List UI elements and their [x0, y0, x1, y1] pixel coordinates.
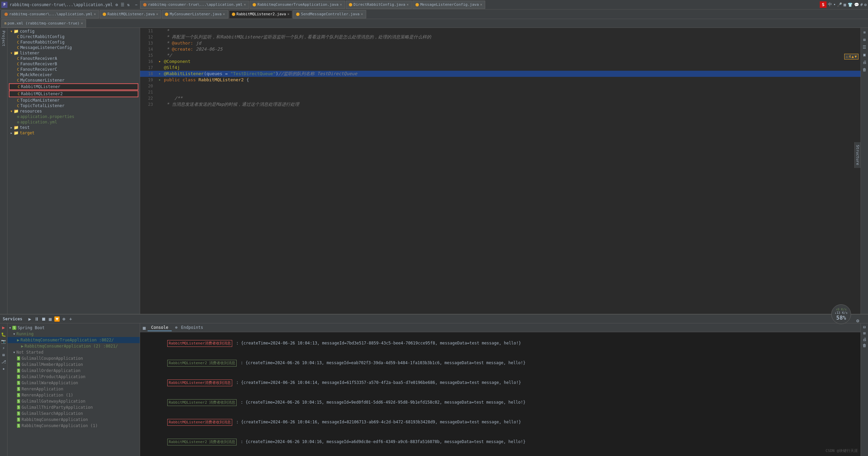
console-tab-endpoints[interactable]: ⊕ Endpoints [172, 324, 207, 331]
console-output[interactable]: RabbitMQListener消费者收到消息 : {createTime=20… [140, 332, 861, 456]
terminal-icon[interactable]: ⊞ [2, 353, 5, 357]
tree-item-fanout-receiver-a[interactable]: C FanoutReceiverA [7, 56, 140, 61]
toolbar-btn-7[interactable]: + [67, 316, 74, 322]
svc-spring-boot[interactable]: ▾ S Spring Boot [7, 325, 140, 331]
tree-item-resources[interactable]: ▾ 📁 resources [7, 108, 140, 114]
settings-icon[interactable]: ⚙ [115, 2, 118, 7]
toolbar-btn-4[interactable]: ▦ [47, 316, 54, 322]
tab-pom-xml[interactable]: m pom.xml (rabbitmq-consumer-true) × [1, 19, 86, 28]
tab-send-message-controller[interactable]: SendMessageController.java × [293, 10, 366, 18]
tree-item-config[interactable]: ▾ 📁 config [7, 29, 140, 34]
tab-rabbit-listener2[interactable]: RabbitMQListener2.java × [229, 10, 293, 18]
folder-icon-resources: 📁 [14, 109, 19, 114]
tree-item-my-ack-receiver[interactable]: C MyAckReceiver [7, 72, 140, 78]
app-icon: S [17, 418, 20, 422]
camera-icon[interactable]: 📷 [1, 339, 6, 344]
tree-item-listener[interactable]: ▾ 📁 listener [7, 50, 140, 56]
structure-vtab[interactable]: Structure [854, 142, 861, 168]
tab-direct-rabbit-config[interactable]: DirectRabbitConfig.java × [346, 1, 412, 9]
svc-rabbitmq-consumer-app[interactable]: ▶ RabbitmqConsumerApplication (2) :8021/ [7, 343, 140, 349]
debug-icon[interactable]: 🐛 [1, 332, 6, 337]
tab-application-yml[interactable]: rabbitmq-consumer-true\...\application.y… [140, 1, 249, 9]
tree-item-target[interactable]: ▸ 📁 target [7, 130, 140, 136]
tab-my-consumer-listener[interactable]: MyConsumerListener.java × [162, 10, 228, 18]
tab-consumer-yml[interactable]: rabbitmq-consumer\...\application.yml × [1, 10, 99, 18]
svc-gulimall-third-party[interactable]: S GulimallThirdPartyApplication [7, 404, 140, 410]
rsb-icon-1[interactable]: ≡ [862, 29, 868, 35]
fav-icon[interactable]: ★ [2, 366, 5, 371]
toolbar-btn-1[interactable]: ▶ [27, 316, 33, 322]
git-icon[interactable]: ⎇ [1, 359, 6, 364]
tree-item-fanout-receiver-c[interactable]: C FanoutReceiverC [7, 67, 140, 72]
run-icon[interactable]: ▶ [2, 325, 5, 330]
tab-consumer-true-app[interactable]: RabbitmqConsumerTrueApplication.java × [250, 1, 345, 9]
tree-item-fanout-receiver-b[interactable]: C FanoutReceiverB [7, 61, 140, 67]
pin-icon[interactable]: − [135, 2, 137, 7]
watermark: CSDN @块键行天涯 [826, 448, 858, 453]
svc-renren[interactable]: S RenrenApplication [7, 386, 140, 392]
tree-item-test[interactable]: ▸ 📁 test [7, 125, 140, 130]
rsb-bottom-1[interactable]: ⊟ [863, 325, 866, 330]
code-area[interactable]: 11 * 12 * 再配置一个队列监听，和RabbitMQListener监听器… [140, 28, 861, 314]
toolbar-btn-3[interactable]: ⏹ [40, 316, 47, 322]
toolbar-btn-2[interactable]: ⏸ [33, 316, 40, 322]
profile-icon[interactable]: ⚡ [2, 346, 5, 351]
tree-item-topic-man-listener[interactable]: C TopicManListener [7, 98, 140, 103]
services-header: Services ▶ ⏸ ⏹ ▦ 🔽 ⊕ + [0, 314, 868, 323]
rsb-icon-5[interactable]: 🖨 [862, 59, 868, 65]
svc-rabbitmq-consumer-true[interactable]: ▶ RabbitmqConsumerTrueApplication :8022/ [7, 337, 140, 343]
network-overlay: ↑0 K/s ↓13 K/s 58% [831, 304, 851, 324]
class-icon: C [17, 73, 19, 77]
svc-gulimall-coupon[interactable]: S GulimallCouponApplication [7, 355, 140, 361]
svc-rabbitmq-consumer[interactable]: S RabbitmqConsumerApplication [7, 417, 140, 423]
rsb-icon-6[interactable]: 🗑 [862, 67, 868, 73]
svc-gulimall-product[interactable]: S GulimallProductApplication [7, 374, 140, 380]
svc-running[interactable]: ▾ Running [7, 331, 140, 337]
svc-gulimall-gateway[interactable]: S GulimallGatewayApplication [7, 398, 140, 404]
console-tab-console[interactable]: Console [148, 324, 172, 331]
folder-icon-config: 📁 [14, 29, 19, 34]
class-icon: C [17, 67, 19, 72]
toolbar-btn-6[interactable]: ⊕ [61, 316, 67, 322]
tree-item-app-yml[interactable]: ⚙ application.yml [7, 119, 140, 125]
editor-panel: 11 * 12 * 再配置一个队列监听，和RabbitMQListener监听器… [140, 28, 861, 314]
console-icon: ▦ [143, 325, 146, 331]
tree-item-message-listener-config[interactable]: C MessageListenerConfig [7, 45, 140, 50]
tree-item-fanout-rabbit-config[interactable]: C FanoutRabbitConfig [7, 39, 140, 45]
svc-gulimall-search[interactable]: S GulimallSearchApplication [7, 410, 140, 417]
network-upload: ↑0 K/s [836, 308, 847, 311]
rsb-icon-4[interactable]: ▣ [862, 52, 868, 58]
rsb-bottom-2[interactable]: ⊞ [863, 331, 866, 336]
list-icon[interactable]: ☰ [121, 2, 124, 7]
svc-gulimall-member[interactable]: S GulimallMemberApplication [7, 361, 140, 368]
code-line-13: 13 * @author: jd [140, 40, 861, 46]
svc-gulimall-ware[interactable]: S GulimallWareApplication [7, 380, 140, 386]
tree-item-rabbit-mq-listener[interactable]: C RabbitMQListener [9, 83, 138, 90]
tree-item-topic-total-listener[interactable]: C TopicTotalListener [7, 103, 140, 108]
sort-icon[interactable]: ⇅ [127, 2, 130, 7]
rsb-bottom-4[interactable]: 🗑 [863, 343, 867, 348]
warning-badge[interactable]: ⚠ 4 ▲ ▼ [844, 54, 859, 60]
rsb-icon-2[interactable]: ⊞ [862, 37, 868, 43]
app-icon: S [17, 356, 20, 360]
rsb-icon-3[interactable]: ☰ [862, 44, 868, 50]
console-area: ▦ Console ⊕ Endpoints RabbitMQListener消费… [140, 323, 861, 456]
rsb-bottom-3[interactable]: 🖨 [863, 337, 867, 342]
project-vtab[interactable]: Project [1, 29, 6, 48]
tab-message-listener-config[interactable]: MessageListenerConfig.java × [412, 1, 485, 9]
project-panel: ▾ 📁 config C DirectRabbitConfig C Fanout… [7, 28, 140, 314]
tree-item-rabbit-mq-listener2[interactable]: C RabbitMQListener2 [9, 90, 138, 97]
tree-item-app-properties[interactable]: ⚙ application.properties [7, 114, 140, 119]
console-line-4: RabbitMQListener2 消费者收到消息 : {createTime=… [140, 393, 861, 412]
svc-rabbitmq-consumer-1[interactable]: S RabbitmqConsumerApplication (1) [7, 423, 140, 429]
svc-renren-1[interactable]: S RenrenApplication (1) [7, 392, 140, 398]
bottom-right-sidebar: ⊟ ⊞ 🖨 🗑 [861, 323, 868, 456]
console-line-1: RabbitMQListener消费者收到消息 : {createTime=20… [140, 334, 861, 353]
tree-item-my-consumer-listener[interactable]: C MyConsumerListener [7, 78, 140, 83]
tree-item-direct-rabbit-config[interactable]: C DirectRabbitConfig [7, 34, 140, 39]
class-icon: C [17, 40, 19, 45]
svc-gulimall-order[interactable]: S GulimallOrderApplication [7, 368, 140, 374]
tab-rabbit-listener[interactable]: RabbitMQListener.java × [100, 10, 161, 18]
svc-not-started[interactable]: ▾ Not Started [7, 349, 140, 355]
toolbar-btn-5[interactable]: 🔽 [54, 316, 61, 322]
